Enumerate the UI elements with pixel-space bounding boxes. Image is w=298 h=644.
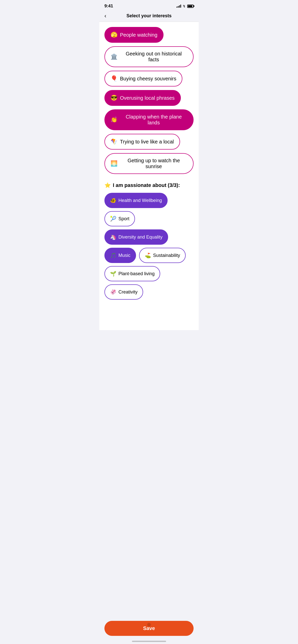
interest-chip-watch-sunrise[interactable]: 🌅Getting up to watch the sunrise (104, 153, 194, 174)
interest-chip-cheesy-souvenirs[interactable]: 🎈Buying cheesy souvenirs (104, 71, 182, 86)
chip-emoji: 🎈 (111, 75, 117, 82)
chip-emoji: 🌅 (111, 160, 117, 167)
status-time: 9:41 (104, 4, 113, 9)
chip-emoji: ⛳ (145, 252, 151, 258)
content-area: 🫣People watching🏛️Geeking out on histori… (99, 22, 199, 330)
wifi-icon: ↯ (183, 4, 186, 8)
interest-chip-people-watching[interactable]: 🫣People watching (104, 27, 164, 43)
battery-icon (187, 5, 194, 8)
chip-label: Music (118, 253, 130, 258)
chip-emoji: 👏 (111, 116, 117, 123)
chip-label: Health and Wellbeing (118, 198, 162, 203)
passionate-label: I am passionate about (3/3): (113, 182, 180, 188)
chip-emoji: 😎 (111, 95, 117, 101)
chip-emoji: 🎵 (110, 252, 116, 258)
page-title: Select your interests (126, 13, 171, 19)
passion-chip-creativity[interactable]: 🦑Creativity (104, 284, 143, 300)
passion-chip-plant-based[interactable]: 🌱Plant-based living (104, 266, 160, 281)
chip-label: Plant-based living (118, 271, 155, 276)
chip-emoji: 🐠 (110, 197, 116, 203)
chip-label: Sport (118, 216, 129, 222)
chip-label: Sustainability (153, 253, 180, 258)
chip-label: People watching (120, 32, 157, 38)
interest-chip-historical-facts[interactable]: 🏛️Geeking out on historical facts (104, 46, 194, 67)
chip-label: Clapping when the plane lands (120, 114, 187, 126)
passion-chip-sport[interactable]: 🎾Sport (104, 211, 135, 226)
chip-label: Buying cheesy souvenirs (120, 76, 176, 82)
status-icons: ↯ (177, 4, 194, 8)
interests-list: 🫣People watching🏛️Geeking out on histori… (104, 27, 194, 174)
signal-icon (177, 5, 181, 8)
chip-emoji: 🪁 (111, 138, 117, 145)
chip-label: Diversity and Equality (118, 235, 162, 240)
back-button[interactable]: ‹ (104, 13, 106, 19)
chip-emoji: 🦑 (110, 289, 116, 295)
interest-chip-local-phrases[interactable]: 😎Overusing local phrases (104, 90, 181, 106)
passionate-section-header: ⭐ I am passionate about (3/3): (104, 182, 194, 188)
chip-label: Getting up to watch the sunrise (120, 158, 187, 169)
interest-chip-plane-lands[interactable]: 👏Clapping when the plane lands (104, 109, 194, 130)
passion-chip-health-wellbeing[interactable]: 🐠Health and Wellbeing (104, 193, 168, 208)
chip-label: Geeking out on historical facts (120, 51, 187, 63)
chip-label: Trying to live like a local (120, 139, 174, 145)
chip-label: Creativity (118, 289, 138, 295)
chip-emoji: 🫣 (111, 32, 117, 38)
passion-chip-music[interactable]: 🎵Music (104, 248, 136, 263)
passion-chip-sustainability[interactable]: ⛳Sustainability (139, 248, 186, 263)
nav-bar: ‹ Select your interests (99, 11, 199, 22)
chip-emoji: 🌱 (110, 271, 116, 277)
passions-grid: 🐠Health and Wellbeing🎾Sport🦄Diversity an… (104, 193, 194, 300)
chip-emoji: 🎾 (110, 216, 116, 222)
status-bar: 9:41 ↯ (99, 0, 199, 11)
passion-chip-diversity-equality[interactable]: 🦄Diversity and Equality (104, 229, 168, 245)
passionate-icon: ⭐ (104, 182, 111, 188)
chip-emoji: 🏛️ (111, 53, 117, 60)
chip-label: Overusing local phrases (120, 95, 175, 101)
interest-chip-live-local[interactable]: 🪁Trying to live like a local (104, 134, 180, 150)
chip-emoji: 🦄 (110, 234, 116, 240)
